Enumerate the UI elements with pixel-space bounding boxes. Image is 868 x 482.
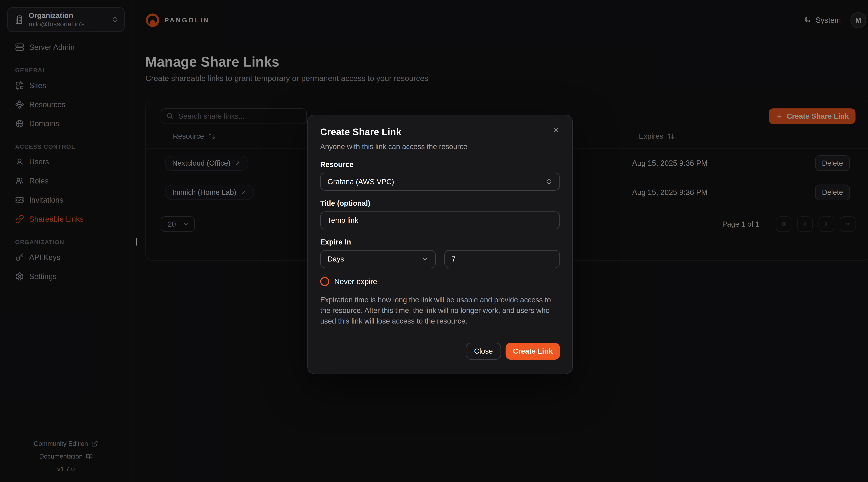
- resource-select[interactable]: Grafana (AWS VPC): [320, 173, 560, 191]
- modal-actions: Close Create Link: [320, 343, 560, 360]
- app-root: Organization milo@fossorial.io's ... Ser…: [0, 0, 868, 482]
- create-link-button[interactable]: Create Link: [506, 343, 560, 360]
- resource-select-value: Grafana (AWS VPC): [328, 177, 394, 186]
- expiration-description: Expiration time is how long the link wil…: [320, 294, 560, 327]
- create-share-link-modal: Create Share Link Anyone with this link …: [307, 115, 573, 374]
- close-icon[interactable]: [552, 125, 561, 135]
- never-expire-label: Never expire: [334, 277, 377, 286]
- expire-unit-select[interactable]: Days: [320, 250, 436, 268]
- expire-unit-value: Days: [328, 255, 344, 263]
- expire-row: Days: [320, 246, 560, 268]
- close-button[interactable]: Close: [466, 343, 501, 360]
- never-expire-row[interactable]: Never expire: [320, 277, 560, 286]
- expire-value-input[interactable]: [444, 250, 560, 268]
- chevron-down-icon: [421, 255, 429, 263]
- title-field-label: Title (optional): [320, 199, 560, 207]
- resource-field-label: Resource: [320, 160, 560, 169]
- modal-title: Create Share Link: [320, 126, 560, 137]
- chevrons-up-down-icon: [546, 178, 553, 186]
- never-expire-checkbox[interactable]: [320, 277, 329, 286]
- title-input[interactable]: [320, 211, 560, 229]
- expire-field-label: Expire In: [320, 238, 560, 246]
- modal-subtitle: Anyone with this link can access the res…: [320, 142, 560, 151]
